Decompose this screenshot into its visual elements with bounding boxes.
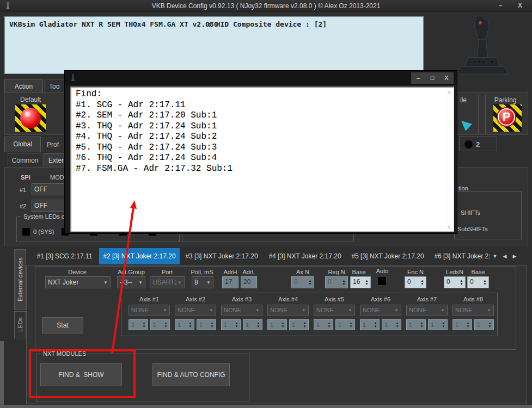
scroll-down-icon[interactable]: ∨ [448,224,451,230]
axis-4-spinner-a[interactable]: 1▲▼ [267,319,287,330]
spinner-arrows-icon[interactable]: ▲▼ [187,320,194,330]
axis-3-spinner-b[interactable]: 1▲▼ [243,319,262,330]
spinner-arrows-icon[interactable]: ▲▼ [481,277,488,288]
axis-7-spinner-b[interactable]: 1▲▼ [428,319,448,330]
tab-scroll-left-icon[interactable]: ◀ [500,252,509,261]
axis-3-spinner-a[interactable]: 1▲▼ [221,319,241,330]
axis-2-spinner-a[interactable]: 1▲▼ [175,319,194,330]
axis-select-5[interactable]: NONE▼ [314,305,355,316]
axis-select-6[interactable]: NONE▼ [360,305,401,316]
axis-header: Axis #4 [267,296,309,302]
popup-titlebar[interactable]: – □ X [65,71,457,85]
spinner-arrows-icon[interactable]: ▲▼ [363,277,370,288]
popup-close-button[interactable]: X [439,72,454,84]
find-results-textarea[interactable]: Find: #1. SCG - Adr 2:17.11 #2. SEM - Ad… [70,86,454,232]
spinner-arrows-icon[interactable]: ▲▼ [458,277,465,288]
spinner-arrows-icon[interactable]: ▲▼ [394,320,401,330]
minimize-button[interactable]: – [493,0,508,12]
spinner-arrows-icon[interactable]: ▲▼ [347,320,354,330]
spinner-arrows-icon[interactable]: ▲▼ [440,320,447,330]
tab-profiles[interactable]: Prof [42,138,64,152]
axis-5-spinner-b[interactable]: 1▲▼ [335,319,355,330]
spinner-arrows-icon[interactable]: ▲▼ [209,320,216,330]
axis-6-spinner-a[interactable]: 1▲▼ [360,319,380,330]
popup-maximize-button[interactable]: □ [425,72,439,84]
axis-5-spinner-a[interactable]: 1▲▼ [314,319,333,330]
spinner-arrows-icon[interactable]: ▲▼ [279,320,286,330]
tab-list-dropdown-icon[interactable]: ▼ [491,252,499,261]
axis-1-spinner-b[interactable]: 1▲▼ [150,319,170,330]
base2-spinner[interactable]: 0 ▲▼ [467,276,489,288]
spinner-arrows-icon[interactable]: ▲▼ [307,277,314,288]
tab-external[interactable]: Exter [44,153,64,168]
axis-select-3[interactable]: NONE▼ [221,305,262,316]
tab-action[interactable]: Action [4,79,43,93]
axis-8-spinner-a[interactable]: 1▲▼ [452,319,472,330]
vertical-tab-external-devices[interactable]: External devices [14,249,26,310]
spinner-arrows-icon[interactable]: ▲▼ [301,320,308,330]
device-tab-3[interactable]: #3 [3] NXT Joker 2:17.20 [181,248,262,264]
tab-scroll-right-icon[interactable]: ▶ [510,252,519,261]
encn-spinner[interactable]: 0 ▲▼ [405,276,426,288]
axis-select-8[interactable]: NONE▼ [452,305,494,316]
find-show-button[interactable]: FIND & SHOW [40,363,122,386]
axis-6-spinner-b[interactable]: 1▲▼ [382,319,401,330]
popup-minimize-button[interactable]: – [411,72,425,84]
scroll-up-icon[interactable]: ∧ [448,89,451,95]
axis-header: Axis #8 [452,296,494,302]
axis-header: Axis #6 [360,296,401,302]
spinner-arrows-icon[interactable]: ▲▼ [464,320,472,330]
axis-7-spinner-a[interactable]: 1▲▼ [406,319,426,330]
axis-8-spinner-b[interactable]: 1▲▼ [474,319,494,330]
tab-common[interactable]: Common [8,153,42,168]
default-button[interactable] [15,104,46,132]
spinner-arrows-icon[interactable]: ▲▼ [418,320,425,330]
device-tab-2[interactable]: #2 [3] NXT Joker 2:17.20 [99,248,180,264]
port-select[interactable]: USART2 ▼ [150,276,185,288]
axis-2-spinner-b[interactable]: 1▲▼ [197,319,216,330]
axis-select-2[interactable]: NONE▼ [175,305,216,316]
base2-label: Base [467,269,489,275]
spinner-arrows-icon[interactable]: ▲▼ [419,277,426,288]
device-tab-5[interactable]: #5 [3] NXT Joker 2:17.20 [347,248,429,264]
device-tab-6[interactable]: #6 [3] NXT Joker 2: [430,248,494,264]
spinner-arrows-icon[interactable]: ▲▼ [140,320,148,330]
axis-select-1[interactable]: NONE▼ [129,305,170,316]
popup-scrollbar[interactable]: ∧ ∨ [445,88,453,231]
chevron-down-icon: ▼ [178,280,182,285]
device-tab-4[interactable]: #4 [3] NXT Joker 2:17.20 [264,248,346,264]
spinner-arrows-icon[interactable]: ▲▼ [255,320,262,330]
parking-button[interactable]: P [493,104,522,132]
tab-global[interactable]: Global [4,137,41,152]
vertical-tab-leds[interactable]: LEDs [14,311,26,338]
base-spinner[interactable]: 16 ▲▼ [350,276,371,288]
poll-select[interactable]: 8 ▼ [192,276,213,288]
axn-spinner[interactable]: 0 ▲▼ [291,276,314,288]
device-select[interactable]: NXT Joker ▼ [45,276,111,288]
shifts-groupbox: SHIFTs SubSHIFTs [454,191,522,239]
axis-header: Axis #1 [129,296,170,302]
spinner-arrows-icon[interactable]: ▲▼ [340,277,347,288]
spinner-arrows-icon[interactable]: ▲▼ [233,320,240,330]
regn-spinner[interactable]: 0 ▲▼ [325,276,348,288]
ledsn-spinner[interactable]: 0 ▲▼ [444,276,466,288]
axis-4-spinner-b[interactable]: 1▲▼ [289,319,309,330]
axis-select-4[interactable]: NONE▼ [267,305,309,316]
spinner-arrows-icon[interactable]: ▲▼ [372,320,379,330]
actgroup-select[interactable]: --3-- ▼ [117,276,145,288]
spinner-arrows-icon[interactable]: ▲▼ [326,320,333,330]
sys-led-checkbox-0[interactable] [22,228,30,236]
adrh-field[interactable]: 17 [222,276,239,288]
axis-select-7[interactable]: NONE▼ [406,305,448,316]
adrl-field[interactable]: 20 [241,276,257,288]
spinner-arrows-icon[interactable]: ▲▼ [162,320,169,330]
toolbar-separator [485,95,486,134]
close-button[interactable]: X [512,0,528,12]
find-auto-config-button[interactable]: FIND & AUTO CONFIG [152,363,230,386]
encn-label: Enc N [405,269,426,275]
device-tab-1[interactable]: #1 [3] SCG 2:17.11 [31,248,98,264]
auto-checkbox[interactable] [378,277,386,285]
spinner-arrows-icon[interactable]: ▲▼ [486,320,493,330]
stat-button[interactable]: Stat [42,317,83,333]
axis-1-spinner-a[interactable]: 1▲▼ [129,319,148,330]
